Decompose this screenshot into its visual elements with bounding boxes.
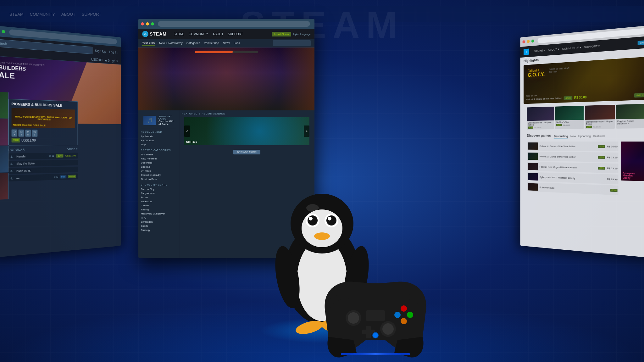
center-carousel-next[interactable]: > (304, 125, 309, 137)
center-sidebar-specials[interactable]: Specials (141, 165, 176, 169)
penguin-face (302, 209, 342, 247)
center-subnav-search[interactable] (273, 40, 311, 46)
right-game-card-4[interactable]: Kingdom Come: Deliverance (616, 104, 644, 129)
center-gift-icon: 🎵 (143, 116, 156, 125)
right-discover-item-4[interactable]: Cyberpunk 2077: Phantom Liberty R$ 99.99 (527, 172, 619, 184)
center-sidebar-new-releases[interactable]: New Releases (141, 157, 176, 161)
center-sidebar-sim[interactable]: Simulation (141, 220, 176, 224)
center-gift-cards-row: 🎵 STEAM GIFT CARDS Give the Gift of Game (141, 113, 176, 128)
right-discover-name-3: Fallout: New Vegas Ultimate Edition (540, 165, 596, 170)
left-popular-item-4-platforms: ⊙ ⊟ (53, 175, 58, 178)
right-discover-price-4: R$ 99.99 (607, 178, 617, 181)
center-subnav-new[interactable]: New & Noteworthy (159, 41, 183, 46)
right-tab-upcoming[interactable]: Upcoming (578, 135, 591, 138)
center-nav-about[interactable]: ABOUT (213, 32, 223, 36)
right-game-card-3[interactable]: Warhammer 40,000: Rogue Trader -30% R$ 6… (585, 105, 615, 129)
right-tab-new[interactable]: New (570, 135, 576, 138)
right-nav-about[interactable]: ABOUT ▾ (548, 47, 559, 52)
center-subnav-news[interactable]: News (223, 41, 230, 46)
center-sidebar-action[interactable]: Action (141, 195, 176, 199)
right-close-dot[interactable] (522, 40, 525, 43)
right-discover-item-2[interactable]: Fallout 3: Game of the Year Edition -67%… (527, 152, 619, 162)
center-nav-support[interactable]: SUPPORT (228, 32, 243, 36)
center-nav-links: STORE COMMUNITY ABOUT SUPPORT (174, 32, 243, 36)
right-game-img-kingdom (616, 104, 644, 119)
right-nav-store[interactable]: STORE ▾ (534, 49, 545, 53)
left-thumb-1[interactable] (0, 92, 8, 119)
penguin-left-eye-shine (309, 217, 313, 220)
center-sidebar-rpg[interactable]: RPG (141, 216, 176, 220)
left-popular-section: POPULAR ORDER 1. Kenshi ⊙ ⊟ -60% US$11.9… (8, 148, 78, 183)
left-featured-price: US$11.99 (21, 138, 36, 142)
center-sidebar-mmo[interactable]: Massively Multiplayer (141, 212, 176, 216)
left-featured-off-row: OFF US$11.99 (12, 138, 75, 143)
right-discover-item-1[interactable]: Fallout 4: Game of the Year Edition -75%… (527, 142, 619, 151)
center-sidebar-early-access[interactable]: Early Access (141, 191, 176, 195)
right-tab-bestselling[interactable]: Bestselling (554, 135, 568, 138)
right-featured-price: R$ 30.00 (574, 96, 586, 99)
right-game-grid: Bioshock Infinite Complete Edition -80% … (524, 102, 644, 132)
left-thumb-4[interactable] (0, 173, 8, 200)
right-browser-window: ⊙ STORE ▾ ABOUT ▾ COMMUNITY ▾ SUPPORT ▾ … (520, 25, 644, 258)
center-sidebar-by-friends[interactable]: By Friends (141, 134, 176, 138)
center-nav-community[interactable]: COMMUNITY (189, 32, 208, 36)
center-install-steam-btn[interactable]: Install Steam (272, 32, 291, 36)
right-game-card-1[interactable]: Bioshock Infinite Complete Edition -80% … (527, 107, 554, 130)
right-logo-box: ⊙ (524, 48, 529, 55)
center-subnav-points[interactable]: Points Shop (204, 41, 219, 46)
center-sidebar-by-curators[interactable]: By Curators (141, 138, 176, 142)
center-sidebar-free[interactable]: Free to Play (141, 187, 176, 191)
left-popular-item-3[interactable]: 3. Rock go go (8, 167, 78, 174)
right-nav-community[interactable]: COMMUNITY ▾ (562, 46, 581, 51)
center-close-dot[interactable] (141, 22, 144, 25)
right-discover-item-3[interactable]: Fallout: New Vegas Ultimate Edition -67%… (527, 162, 619, 173)
center-sidebar-vr[interactable]: VR Titles (141, 169, 176, 173)
left-popular-item-2[interactable]: 2. Slay the Spire (8, 160, 78, 167)
center-subnav-categories[interactable]: Categories (186, 41, 200, 46)
center-sidebar-racing[interactable]: Racing (141, 208, 176, 212)
center-sidebar-controller[interactable]: Controller-friendly (141, 173, 176, 177)
left-signup-link[interactable]: Sign Up (95, 49, 106, 53)
center-sidebar-adventure[interactable]: Adventure (141, 199, 176, 203)
right-tab-featured[interactable]: Featured (593, 135, 605, 138)
left-game-img-text: BUILD YOUR LIBRARY WITH THESE WELL-CRAFT… (12, 114, 75, 122)
center-sidebar: 🎵 STEAM GIFT CARDS Give the Gift of Game… (138, 110, 179, 258)
left-thumb-2[interactable] (0, 119, 8, 146)
center-subnav-your-store[interactable]: Your Store (142, 40, 155, 46)
center-sidebar-casual[interactable]: Casual (141, 203, 176, 208)
left-popular-item-1[interactable]: 1. Kenshi ⊙ ⊟ -60% US$11.99 (8, 153, 78, 159)
right-game-info-1: Bioshock Infinite Complete Edition -80% … (527, 120, 554, 130)
right-discover-discount-3: -67% (598, 166, 605, 170)
left-thumb-3[interactable] (0, 146, 8, 173)
center-sidebar-browse-label: BROWSE CATEGORIES (141, 149, 176, 151)
center-minimize-dot[interactable] (146, 22, 149, 25)
center-carousel-prev[interactable]: < (184, 125, 190, 137)
left-login-link[interactable]: Log In (109, 50, 117, 54)
center-login-link[interactable]: login (293, 33, 298, 36)
right-discover-item-5[interactable]: B: HoodHavoc -75% (527, 182, 619, 195)
right-game-orig-2: R$ 65.00 (563, 124, 570, 126)
center-sidebar-sports[interactable]: Sports (141, 224, 176, 228)
right-expand-dot[interactable] (531, 39, 534, 42)
left-popular-item-4[interactable]: 4. — ⊙ ⊟ free install (8, 173, 78, 181)
center-sidebar-top-sellers[interactable]: Top Sellers (141, 153, 176, 157)
right-discover-name-5: B: HoodHavoc (540, 186, 608, 192)
right-game-name-4: Kingdom Come: Deliverance (617, 120, 644, 125)
center-gift-label: STEAM GIFT CARDS (158, 115, 174, 120)
center-expand-dot[interactable] (151, 22, 154, 25)
left-expand-dot[interactable] (2, 30, 5, 33)
right-sign-in-btn[interactable]: SIGN IN (638, 40, 644, 45)
center-url-bar[interactable] (158, 21, 310, 27)
center-language-selector[interactable]: language (300, 33, 311, 36)
center-subnav-labs[interactable]: Labs (234, 41, 240, 46)
controller-right-stick (382, 323, 394, 335)
right-add-to-cart-btn[interactable]: Add to... (634, 93, 644, 97)
center-sidebar-strategy[interactable]: Strategy (141, 228, 176, 232)
right-nav-support[interactable]: SUPPORT ▾ (584, 44, 600, 49)
center-sidebar-deck[interactable]: Great on Deck (141, 177, 176, 181)
center-sidebar-tags[interactable]: Tags (141, 142, 176, 147)
center-sidebar-upcoming[interactable]: Upcoming (141, 161, 176, 165)
right-game-card-2[interactable]: No Man's Sky -50% R$ 65.00 (555, 106, 584, 129)
right-minimize-dot[interactable] (527, 40, 530, 43)
center-nav-store[interactable]: STORE (174, 32, 184, 36)
